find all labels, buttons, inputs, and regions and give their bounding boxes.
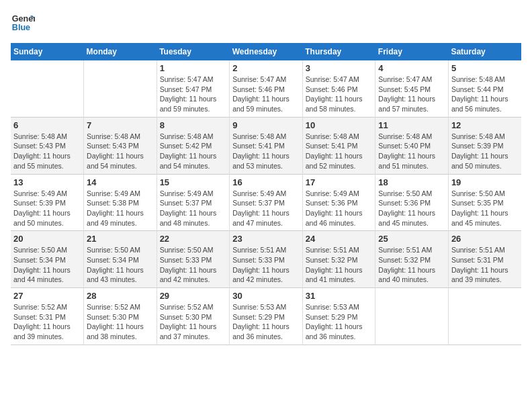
calendar-table: SundayMondayTuesdayWednesdayThursdayFrid… bbox=[11, 43, 521, 345]
calendar-cell: 29Sunrise: 5:52 AMSunset: 5:30 PMDayligh… bbox=[157, 288, 230, 345]
day-info: Sunrise: 5:49 AMSunset: 5:37 PMDaylight:… bbox=[160, 189, 227, 228]
calendar-cell bbox=[375, 288, 449, 345]
day-number: 22 bbox=[160, 234, 227, 244]
calendar-cell: 26Sunrise: 5:51 AMSunset: 5:31 PMDayligh… bbox=[448, 231, 521, 288]
calendar-cell: 21Sunrise: 5:50 AMSunset: 5:34 PMDayligh… bbox=[84, 231, 157, 288]
weekday-header-wednesday: Wednesday bbox=[230, 43, 303, 60]
day-info: Sunrise: 5:48 AMSunset: 5:41 PMDaylight:… bbox=[306, 132, 373, 171]
day-number: 7 bbox=[87, 120, 154, 130]
day-info: Sunrise: 5:52 AMSunset: 5:30 PMDaylight:… bbox=[160, 302, 227, 342]
day-info: Sunrise: 5:49 AMSunset: 5:36 PMDaylight:… bbox=[306, 189, 373, 228]
weekday-header-saturday: Saturday bbox=[448, 43, 521, 60]
day-number: 8 bbox=[160, 120, 227, 130]
calendar-cell: 20Sunrise: 5:50 AMSunset: 5:34 PMDayligh… bbox=[11, 231, 84, 288]
calendar-cell: 22Sunrise: 5:50 AMSunset: 5:33 PMDayligh… bbox=[157, 231, 230, 288]
day-number: 1 bbox=[160, 63, 227, 73]
day-info: Sunrise: 5:52 AMSunset: 5:31 PMDaylight:… bbox=[13, 302, 81, 342]
calendar-week-4: 20Sunrise: 5:50 AMSunset: 5:34 PMDayligh… bbox=[11, 231, 521, 288]
day-number: 16 bbox=[232, 177, 300, 187]
day-number: 14 bbox=[87, 177, 154, 187]
calendar-cell bbox=[84, 60, 157, 117]
weekday-header-thursday: Thursday bbox=[302, 43, 375, 60]
day-number: 20 bbox=[13, 234, 81, 244]
day-info: Sunrise: 5:48 AMSunset: 5:42 PMDaylight:… bbox=[160, 132, 227, 171]
calendar-cell: 28Sunrise: 5:52 AMSunset: 5:30 PMDayligh… bbox=[84, 288, 157, 345]
day-info: Sunrise: 5:49 AMSunset: 5:39 PMDaylight:… bbox=[13, 189, 81, 228]
calendar-week-5: 27Sunrise: 5:52 AMSunset: 5:31 PMDayligh… bbox=[11, 288, 521, 345]
day-number: 10 bbox=[306, 120, 373, 130]
calendar-week-2: 6Sunrise: 5:48 AMSunset: 5:43 PMDaylight… bbox=[11, 117, 521, 174]
day-number: 28 bbox=[87, 291, 154, 301]
day-info: Sunrise: 5:48 AMSunset: 5:43 PMDaylight:… bbox=[13, 132, 81, 171]
day-info: Sunrise: 5:49 AMSunset: 5:37 PMDaylight:… bbox=[232, 189, 300, 228]
calendar-cell: 1Sunrise: 5:47 AMSunset: 5:47 PMDaylight… bbox=[157, 60, 230, 117]
logo: General Blue bbox=[11, 11, 35, 35]
day-number: 5 bbox=[451, 63, 519, 73]
day-number: 9 bbox=[232, 120, 300, 130]
day-info: Sunrise: 5:51 AMSunset: 5:32 PMDaylight:… bbox=[306, 245, 373, 285]
day-info: Sunrise: 5:49 AMSunset: 5:38 PMDaylight:… bbox=[87, 189, 154, 228]
calendar-cell bbox=[448, 288, 521, 345]
logo-icon: General Blue bbox=[11, 11, 35, 35]
calendar-cell: 7Sunrise: 5:48 AMSunset: 5:43 PMDaylight… bbox=[84, 117, 157, 174]
day-info: Sunrise: 5:47 AMSunset: 5:47 PMDaylight:… bbox=[160, 75, 227, 114]
calendar-cell: 3Sunrise: 5:47 AMSunset: 5:46 PMDaylight… bbox=[302, 60, 375, 117]
day-info: Sunrise: 5:51 AMSunset: 5:31 PMDaylight:… bbox=[451, 245, 519, 285]
day-number: 26 bbox=[451, 234, 519, 244]
day-number: 18 bbox=[378, 177, 445, 187]
calendar-cell: 6Sunrise: 5:48 AMSunset: 5:43 PMDaylight… bbox=[11, 117, 84, 174]
calendar-header: SundayMondayTuesdayWednesdayThursdayFrid… bbox=[11, 43, 521, 60]
day-info: Sunrise: 5:51 AMSunset: 5:32 PMDaylight:… bbox=[378, 245, 445, 285]
day-number: 11 bbox=[378, 120, 445, 130]
day-info: Sunrise: 5:47 AMSunset: 5:46 PMDaylight:… bbox=[232, 75, 300, 114]
day-info: Sunrise: 5:52 AMSunset: 5:30 PMDaylight:… bbox=[87, 302, 154, 342]
day-info: Sunrise: 5:48 AMSunset: 5:44 PMDaylight:… bbox=[451, 75, 519, 114]
day-number: 15 bbox=[160, 177, 227, 187]
day-info: Sunrise: 5:53 AMSunset: 5:29 PMDaylight:… bbox=[232, 302, 300, 342]
calendar-cell: 27Sunrise: 5:52 AMSunset: 5:31 PMDayligh… bbox=[11, 288, 84, 345]
day-number: 3 bbox=[306, 63, 373, 73]
day-number: 31 bbox=[306, 291, 373, 301]
day-info: Sunrise: 5:47 AMSunset: 5:46 PMDaylight:… bbox=[306, 75, 373, 114]
calendar-cell: 30Sunrise: 5:53 AMSunset: 5:29 PMDayligh… bbox=[230, 288, 303, 345]
day-number: 12 bbox=[451, 120, 519, 130]
weekday-header-sunday: Sunday bbox=[11, 43, 84, 60]
day-number: 19 bbox=[451, 177, 519, 187]
calendar-cell: 17Sunrise: 5:49 AMSunset: 5:36 PMDayligh… bbox=[302, 174, 375, 231]
day-info: Sunrise: 5:48 AMSunset: 5:41 PMDaylight:… bbox=[232, 132, 300, 171]
day-info: Sunrise: 5:53 AMSunset: 5:29 PMDaylight:… bbox=[306, 302, 373, 342]
day-info: Sunrise: 5:50 AMSunset: 5:35 PMDaylight:… bbox=[451, 189, 519, 228]
calendar-cell: 12Sunrise: 5:48 AMSunset: 5:39 PMDayligh… bbox=[448, 117, 521, 174]
day-info: Sunrise: 5:48 AMSunset: 5:40 PMDaylight:… bbox=[378, 132, 445, 171]
day-info: Sunrise: 5:50 AMSunset: 5:34 PMDaylight:… bbox=[13, 245, 81, 285]
day-number: 29 bbox=[160, 291, 227, 301]
calendar-cell: 11Sunrise: 5:48 AMSunset: 5:40 PMDayligh… bbox=[375, 117, 449, 174]
day-info: Sunrise: 5:50 AMSunset: 5:33 PMDaylight:… bbox=[160, 245, 227, 285]
calendar-cell: 4Sunrise: 5:47 AMSunset: 5:45 PMDaylight… bbox=[375, 60, 449, 117]
day-number: 25 bbox=[378, 234, 445, 244]
day-info: Sunrise: 5:50 AMSunset: 5:34 PMDaylight:… bbox=[87, 245, 154, 285]
svg-text:Blue: Blue bbox=[12, 23, 30, 32]
calendar-cell: 13Sunrise: 5:49 AMSunset: 5:39 PMDayligh… bbox=[11, 174, 84, 231]
weekday-header-tuesday: Tuesday bbox=[157, 43, 230, 60]
calendar-week-3: 13Sunrise: 5:49 AMSunset: 5:39 PMDayligh… bbox=[11, 174, 521, 231]
calendar-week-1: 1Sunrise: 5:47 AMSunset: 5:47 PMDaylight… bbox=[11, 60, 521, 117]
calendar-cell: 31Sunrise: 5:53 AMSunset: 5:29 PMDayligh… bbox=[302, 288, 375, 345]
calendar-cell: 23Sunrise: 5:51 AMSunset: 5:33 PMDayligh… bbox=[230, 231, 303, 288]
day-info: Sunrise: 5:48 AMSunset: 5:39 PMDaylight:… bbox=[451, 132, 519, 171]
day-info: Sunrise: 5:51 AMSunset: 5:33 PMDaylight:… bbox=[232, 245, 300, 285]
day-number: 24 bbox=[306, 234, 373, 244]
day-number: 23 bbox=[232, 234, 300, 244]
calendar-cell: 16Sunrise: 5:49 AMSunset: 5:37 PMDayligh… bbox=[230, 174, 303, 231]
day-number: 17 bbox=[306, 177, 373, 187]
day-number: 13 bbox=[13, 177, 81, 187]
calendar-cell: 5Sunrise: 5:48 AMSunset: 5:44 PMDaylight… bbox=[448, 60, 521, 117]
day-number: 2 bbox=[232, 63, 300, 73]
calendar-cell: 8Sunrise: 5:48 AMSunset: 5:42 PMDaylight… bbox=[157, 117, 230, 174]
page-header: General Blue bbox=[11, 11, 521, 35]
calendar-cell: 25Sunrise: 5:51 AMSunset: 5:32 PMDayligh… bbox=[375, 231, 449, 288]
day-number: 30 bbox=[232, 291, 300, 301]
weekday-header-monday: Monday bbox=[84, 43, 157, 60]
day-number: 6 bbox=[13, 120, 81, 130]
calendar-cell: 19Sunrise: 5:50 AMSunset: 5:35 PMDayligh… bbox=[448, 174, 521, 231]
